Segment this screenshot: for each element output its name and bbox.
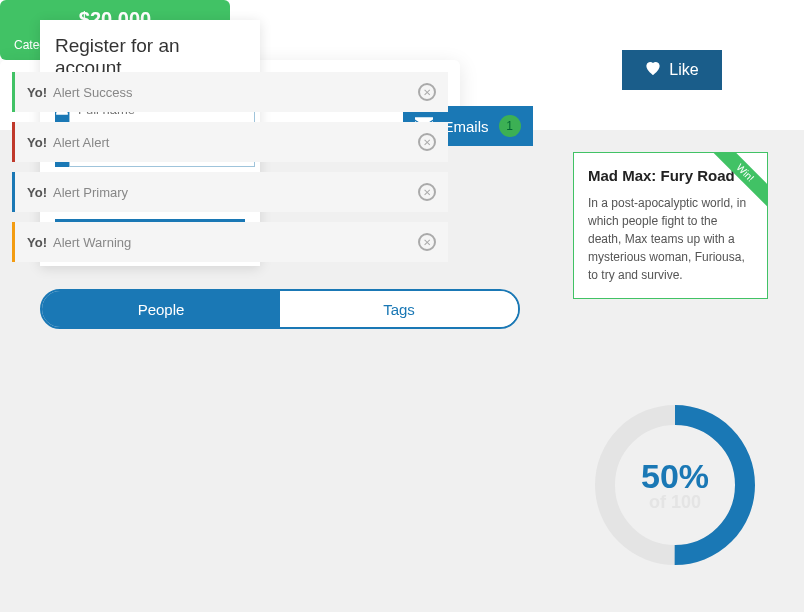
progress-ring: 50% of 100 [590, 400, 760, 570]
alert-message: Alert Warning [53, 235, 131, 250]
alert-prefix: Yo! [27, 185, 47, 200]
alert-primary: Yo! Alert Primary ✕ [12, 172, 448, 212]
tabs: People Tags [40, 289, 520, 329]
ring-percent: 50% [641, 457, 709, 496]
alert-prefix: Yo! [27, 85, 47, 100]
like-label: Like [669, 61, 698, 79]
emails-label: Emails [443, 118, 488, 135]
ribbon-label: Win! [711, 153, 767, 207]
ring-sub: of 100 [649, 492, 701, 513]
tab-tags[interactable]: Tags [280, 291, 518, 327]
ribbon: Win! [711, 153, 767, 209]
alert-message: Alert Success [53, 85, 132, 100]
tab-people[interactable]: People [42, 291, 280, 327]
alert-success: Yo! Alert Success ✕ [12, 72, 448, 112]
alert-message: Alert Primary [53, 185, 128, 200]
alert-message: Alert Alert [53, 135, 109, 150]
movie-card: Win! Mad Max: Fury Road In a post-apocal… [573, 152, 768, 299]
alert-error: Yo! Alert Alert ✕ [12, 122, 448, 162]
like-button[interactable]: Like [622, 50, 722, 90]
alert-warning: Yo! Alert Warning ✕ [12, 222, 448, 262]
heart-icon [645, 61, 661, 79]
close-icon[interactable]: ✕ [418, 183, 436, 201]
alert-prefix: Yo! [27, 135, 47, 150]
close-icon[interactable]: ✕ [418, 83, 436, 101]
close-icon[interactable]: ✕ [418, 133, 436, 151]
close-icon[interactable]: ✕ [418, 233, 436, 251]
alert-prefix: Yo! [27, 235, 47, 250]
emails-count-badge: 1 [499, 115, 521, 137]
